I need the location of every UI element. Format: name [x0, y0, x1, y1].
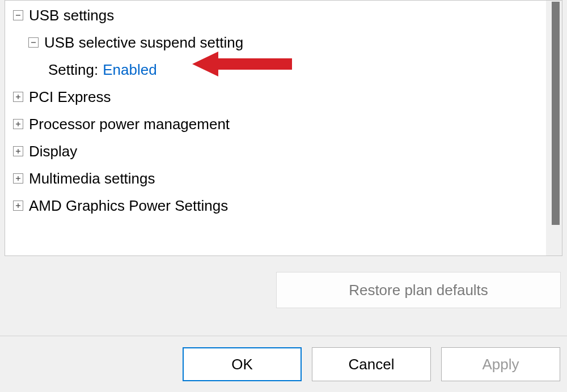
- tree-item-pci-express[interactable]: PCI Express: [13, 83, 561, 110]
- scrollbar-thumb[interactable]: [552, 2, 560, 225]
- tree-label: Processor power management: [29, 110, 230, 138]
- tree-label: USB selective suspend setting: [44, 29, 243, 56]
- tree-label: AMD Graphics Power Settings: [29, 192, 228, 219]
- expand-icon[interactable]: [13, 173, 23, 184]
- tree-item-usb-settings[interactable]: USB settings: [13, 2, 561, 29]
- expand-icon[interactable]: [13, 201, 23, 211]
- scrollbar-track[interactable]: [546, 1, 562, 255]
- tree-label: USB settings: [29, 2, 114, 29]
- dialog-button-bar: OK Cancel Apply: [0, 335, 567, 392]
- tree-label: Multimedia settings: [29, 165, 155, 192]
- collapse-icon[interactable]: [13, 10, 23, 20]
- apply-button[interactable]: Apply: [441, 347, 560, 381]
- collapse-icon[interactable]: [28, 37, 39, 48]
- settings-tree-panel: USB settings USB selective suspend setti…: [5, 0, 562, 256]
- ok-button[interactable]: OK: [183, 347, 302, 381]
- tree-label: PCI Express: [29, 83, 111, 110]
- expand-icon[interactable]: [13, 92, 23, 102]
- tree-item-amd-graphics[interactable]: AMD Graphics Power Settings: [13, 192, 561, 219]
- setting-label: Setting:: [48, 56, 98, 83]
- expand-icon[interactable]: [13, 146, 23, 156]
- cancel-button[interactable]: Cancel: [312, 347, 431, 381]
- tree-content: USB settings USB selective suspend setti…: [5, 1, 562, 220]
- tree-item-multimedia[interactable]: Multimedia settings: [13, 165, 561, 192]
- tree-item-setting-value[interactable]: Setting: Enabled: [48, 56, 561, 83]
- tree-label: Display: [29, 138, 77, 165]
- restore-defaults-button[interactable]: Restore plan defaults: [276, 272, 561, 308]
- tree-item-usb-selective-suspend[interactable]: USB selective suspend setting: [28, 29, 561, 56]
- tree-item-display[interactable]: Display: [13, 138, 561, 165]
- tree-item-processor-power[interactable]: Processor power management: [13, 110, 561, 138]
- setting-value-link[interactable]: Enabled: [103, 56, 156, 83]
- expand-icon[interactable]: [13, 119, 23, 129]
